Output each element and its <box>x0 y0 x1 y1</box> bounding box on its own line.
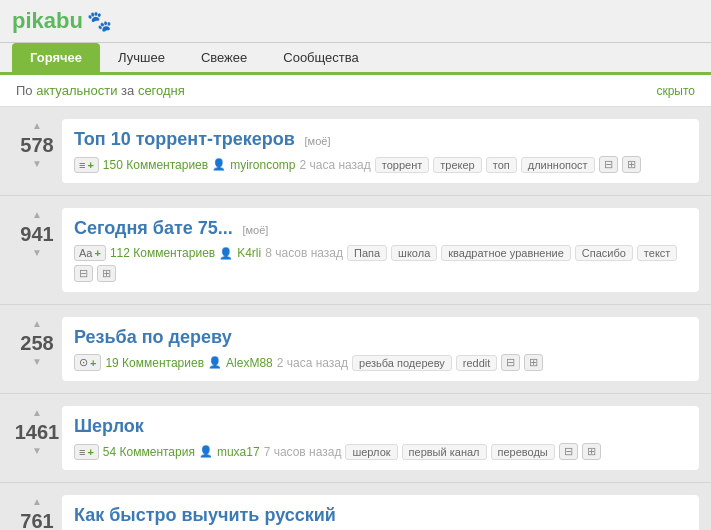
post-title[interactable]: Шерлок <box>74 416 144 436</box>
post-title[interactable]: Резьба по дереву <box>74 327 232 347</box>
plus-button[interactable]: + <box>87 446 93 458</box>
post-item: ▲ 1461 ▼ Шерлок ≡ + 54 Комментария 👤 mux… <box>0 394 711 483</box>
plus-button[interactable]: + <box>87 159 93 171</box>
post-type-icon: Aa + <box>74 245 106 261</box>
type-symbol: ≡ <box>79 446 85 458</box>
author-icon: 👤 <box>199 445 213 458</box>
downvote-arrow[interactable]: ▼ <box>32 446 42 456</box>
post-content: Сегодня бате 75... [моё] Aa + 112 Коммен… <box>62 208 699 292</box>
save-icon[interactable]: ⊟ <box>559 443 578 460</box>
downvote-arrow[interactable]: ▼ <box>32 357 42 367</box>
post-tag[interactable]: шерлок <box>345 444 397 460</box>
downvote-arrow[interactable]: ▼ <box>32 248 42 258</box>
comments-link[interactable]: 19 Комментариев <box>105 356 204 370</box>
posts-list: ▲ 578 ▼ Топ 10 торрент-трекеров [моё] ≡ … <box>0 107 711 530</box>
post-meta: ≡ + 150 Комментариев 👤 myironcomp 2 часа… <box>74 156 687 173</box>
upvote-arrow[interactable]: ▲ <box>32 319 42 329</box>
post-tag[interactable]: трекер <box>433 157 481 173</box>
post-tag[interactable]: Папа <box>347 245 387 261</box>
tab-best[interactable]: Лучшее <box>100 43 183 72</box>
vote-count: 761 <box>20 509 53 530</box>
post-title[interactable]: Как быстро выучить русский <box>74 505 336 525</box>
upvote-arrow[interactable]: ▲ <box>32 497 42 507</box>
post-tag[interactable]: длиннопост <box>521 157 595 173</box>
vote-count: 1461 <box>15 420 60 444</box>
author-icon: 👤 <box>219 247 233 260</box>
post-tag[interactable]: резьба подереву <box>352 355 452 371</box>
comments-link[interactable]: 54 Комментария <box>103 445 195 459</box>
tab-communities[interactable]: Сообщества <box>265 43 377 72</box>
comments-link[interactable]: 112 Комментариев <box>110 246 215 260</box>
filter-middle: за <box>121 83 138 98</box>
tab-fresh[interactable]: Свежее <box>183 43 265 72</box>
post-item: ▲ 941 ▼ Сегодня бате 75... [моё] Aa + 11… <box>0 196 711 305</box>
post-type-icon: ⊙ + <box>74 354 101 371</box>
vote-section: ▲ 1461 ▼ <box>12 406 62 456</box>
save-icon[interactable]: ⊟ <box>501 354 520 371</box>
post-content: Топ 10 торрент-трекеров [моё] ≡ + 150 Ко… <box>62 119 699 183</box>
post-tag[interactable]: топ <box>486 157 517 173</box>
add-icon[interactable]: ⊞ <box>622 156 641 173</box>
post-tag[interactable]: школа <box>391 245 437 261</box>
type-symbol: ≡ <box>79 159 85 171</box>
post-meta: ⊙ + 19 Комментариев 👤 AlexM88 2 часа наз… <box>74 354 687 371</box>
post-tag[interactable]: текст <box>637 245 678 261</box>
post-content: Резьба по дереву ⊙ + 19 Комментариев 👤 A… <box>62 317 699 381</box>
plus-button[interactable]: + <box>94 247 100 259</box>
post-title[interactable]: Топ 10 торрент-трекеров <box>74 129 295 149</box>
vote-section: ▲ 761 ▼ <box>12 495 62 530</box>
add-icon[interactable]: ⊞ <box>582 443 601 460</box>
post-title-row: Резьба по дереву <box>74 327 687 348</box>
plus-button[interactable]: + <box>90 357 96 369</box>
upvote-arrow[interactable]: ▲ <box>32 210 42 220</box>
my-tag[interactable]: [моё] <box>305 135 331 147</box>
post-time: 2 часа назад <box>277 356 348 370</box>
hidden-link[interactable]: скрыто <box>656 84 695 98</box>
vote-count: 941 <box>20 222 53 246</box>
add-icon[interactable]: ⊞ <box>524 354 543 371</box>
period-link[interactable]: сегодня <box>138 83 185 98</box>
sort-link[interactable]: актуальности <box>36 83 117 98</box>
post-item: ▲ 578 ▼ Топ 10 торрент-трекеров [моё] ≡ … <box>0 107 711 196</box>
post-content: Как быстро выучить русский ≡ + 47 Коммен… <box>62 495 699 530</box>
save-icon[interactable]: ⊟ <box>74 265 93 282</box>
upvote-arrow[interactable]: ▲ <box>32 408 42 418</box>
filter-prefix: По <box>16 83 33 98</box>
logo-icon: 🐾 <box>87 9 112 33</box>
comments-link[interactable]: 150 Комментариев <box>103 158 208 172</box>
author-link[interactable]: AlexM88 <box>226 356 273 370</box>
post-title[interactable]: Сегодня бате 75... <box>74 218 233 238</box>
post-type-icon: ≡ + <box>74 444 99 460</box>
upvote-arrow[interactable]: ▲ <box>32 121 42 131</box>
post-tag[interactable]: reddit <box>456 355 498 371</box>
post-tag[interactable]: торрент <box>375 157 430 173</box>
post-tag[interactable]: первый канал <box>402 444 487 460</box>
author-link[interactable]: myironcomp <box>230 158 295 172</box>
type-symbol: ⊙ <box>79 356 88 369</box>
logo-text: pikabu <box>12 8 83 34</box>
post-time: 2 часа назад <box>300 158 371 172</box>
downvote-arrow[interactable]: ▼ <box>32 159 42 169</box>
post-title-row: Шерлок <box>74 416 687 437</box>
author-icon: 👤 <box>212 158 226 171</box>
tab-hot[interactable]: Горячее <box>12 43 100 72</box>
post-tag[interactable]: квадратное уравнение <box>441 245 570 261</box>
post-meta: ≡ + 54 Комментария 👤 muxa17 7 часов наза… <box>74 443 687 460</box>
post-title-row: Топ 10 торрент-трекеров [моё] <box>74 129 687 150</box>
author-link[interactable]: K4rli <box>237 246 261 260</box>
vote-section: ▲ 258 ▼ <box>12 317 62 367</box>
post-item: ▲ 761 ▼ Как быстро выучить русский ≡ + 4… <box>0 483 711 530</box>
post-time: 7 часов назад <box>264 445 342 459</box>
post-title-row: Как быстро выучить русский <box>74 505 687 526</box>
post-tag[interactable]: Спасибо <box>575 245 633 261</box>
filter-bar: По актуальности за сегодня скрыто <box>0 75 711 107</box>
post-item: ▲ 258 ▼ Резьба по дереву ⊙ + 19 Коммента… <box>0 305 711 394</box>
post-type-icon: ≡ + <box>74 157 99 173</box>
add-icon[interactable]: ⊞ <box>97 265 116 282</box>
post-meta: Aa + 112 Комментариев 👤 K4rli 8 часов на… <box>74 245 687 282</box>
post-tag[interactable]: переводы <box>491 444 555 460</box>
vote-count: 578 <box>20 133 53 157</box>
save-icon[interactable]: ⊟ <box>599 156 618 173</box>
my-tag[interactable]: [моё] <box>242 224 268 236</box>
author-link[interactable]: muxa17 <box>217 445 260 459</box>
